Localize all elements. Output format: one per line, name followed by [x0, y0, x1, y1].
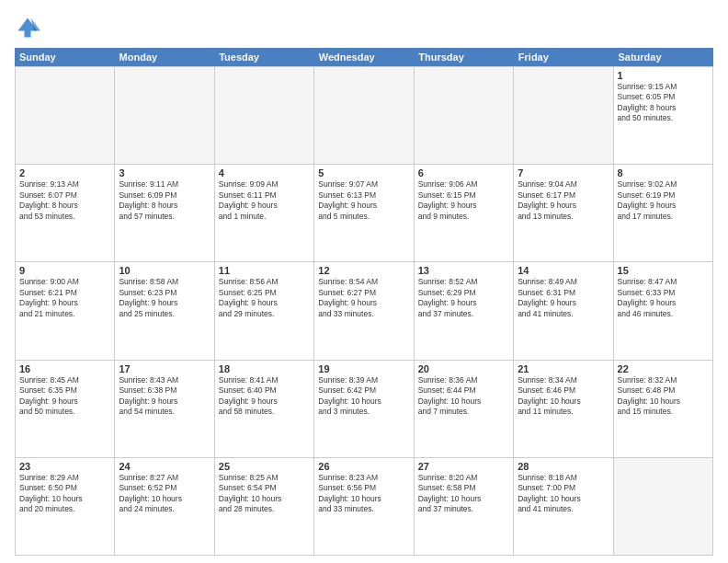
- day-info: Sunrise: 9:07 AM Sunset: 6:13 PM Dayligh…: [318, 179, 409, 222]
- day-info: Sunrise: 8:36 AM Sunset: 6:44 PM Dayligh…: [418, 375, 509, 418]
- day-number: 12: [318, 265, 409, 276]
- calendar: SundayMondayTuesdayWednesdayThursdayFrid…: [15, 48, 713, 556]
- day-info: Sunrise: 9:09 AM Sunset: 6:11 PM Dayligh…: [219, 179, 310, 222]
- day-number: 10: [119, 265, 210, 276]
- day-info: Sunrise: 8:20 AM Sunset: 6:58 PM Dayligh…: [418, 473, 509, 515]
- day-number: 17: [119, 363, 210, 374]
- day-info: Sunrise: 9:13 AM Sunset: 6:07 PM Dayligh…: [19, 179, 110, 222]
- day-number: 22: [618, 363, 709, 374]
- day-info: Sunrise: 8:54 AM Sunset: 6:27 PM Dayligh…: [318, 277, 409, 319]
- day-cell-25: 25Sunrise: 8:25 AM Sunset: 6:54 PM Dayli…: [215, 458, 314, 556]
- day-number: 25: [219, 461, 310, 472]
- day-cell-14: 14Sunrise: 8:49 AM Sunset: 6:31 PM Dayli…: [514, 262, 613, 360]
- day-cell-3: 3Sunrise: 9:11 AM Sunset: 6:09 PM Daylig…: [115, 165, 214, 262]
- day-number: 19: [318, 363, 409, 374]
- day-info: Sunrise: 8:34 AM Sunset: 6:46 PM Dayligh…: [518, 375, 609, 418]
- day-cell-16: 16Sunrise: 8:45 AM Sunset: 6:35 PM Dayli…: [16, 361, 115, 458]
- empty-cell-0-1: [115, 67, 214, 165]
- day-cell-27: 27Sunrise: 8:20 AM Sunset: 6:58 PM Dayli…: [415, 458, 514, 556]
- empty-cell-0-5: [514, 67, 613, 165]
- day-number: 2: [19, 167, 110, 178]
- day-cell-6: 6Sunrise: 9:06 AM Sunset: 6:15 PM Daylig…: [415, 165, 514, 262]
- calendar-body: 1Sunrise: 9:15 AM Sunset: 6:05 PM Daylig…: [15, 66, 713, 556]
- day-info: Sunrise: 9:00 AM Sunset: 6:21 PM Dayligh…: [19, 277, 110, 319]
- day-cell-12: 12Sunrise: 8:54 AM Sunset: 6:27 PM Dayli…: [314, 262, 414, 360]
- logo: [15, 15, 44, 40]
- day-cell-19: 19Sunrise: 8:39 AM Sunset: 6:42 PM Dayli…: [314, 361, 414, 458]
- day-info: Sunrise: 9:04 AM Sunset: 6:17 PM Dayligh…: [518, 179, 609, 222]
- day-cell-28: 28Sunrise: 8:18 AM Sunset: 7:00 PM Dayli…: [514, 458, 613, 556]
- empty-cell-4-6: [614, 458, 713, 556]
- day-number: 23: [19, 461, 110, 472]
- day-info: Sunrise: 8:25 AM Sunset: 6:54 PM Dayligh…: [219, 473, 310, 515]
- day-cell-7: 7Sunrise: 9:04 AM Sunset: 6:17 PM Daylig…: [514, 165, 613, 262]
- day-number: 3: [119, 167, 210, 178]
- day-number: 15: [618, 265, 709, 276]
- day-number: 18: [219, 363, 310, 374]
- day-info: Sunrise: 8:58 AM Sunset: 6:23 PM Dayligh…: [119, 277, 210, 319]
- day-info: Sunrise: 8:56 AM Sunset: 6:25 PM Dayligh…: [219, 277, 310, 319]
- day-number: 5: [318, 167, 409, 178]
- header-day-tuesday: Tuesday: [214, 48, 314, 66]
- day-info: Sunrise: 9:11 AM Sunset: 6:09 PM Dayligh…: [119, 179, 210, 222]
- day-cell-9: 9Sunrise: 9:00 AM Sunset: 6:21 PM Daylig…: [16, 262, 115, 360]
- day-number: 16: [19, 363, 110, 374]
- day-number: 7: [518, 167, 609, 178]
- header-day-saturday: Saturday: [613, 48, 713, 66]
- day-cell-22: 22Sunrise: 8:32 AM Sunset: 6:48 PM Dayli…: [614, 361, 713, 458]
- day-number: 28: [518, 461, 609, 472]
- day-cell-24: 24Sunrise: 8:27 AM Sunset: 6:52 PM Dayli…: [115, 458, 214, 556]
- day-cell-21: 21Sunrise: 8:34 AM Sunset: 6:46 PM Dayli…: [514, 361, 613, 458]
- day-cell-11: 11Sunrise: 8:56 AM Sunset: 6:25 PM Dayli…: [215, 262, 314, 360]
- day-info: Sunrise: 8:39 AM Sunset: 6:42 PM Dayligh…: [318, 375, 409, 418]
- header-day-friday: Friday: [514, 48, 614, 66]
- day-cell-4: 4Sunrise: 9:09 AM Sunset: 6:11 PM Daylig…: [215, 165, 314, 262]
- day-info: Sunrise: 8:18 AM Sunset: 7:00 PM Dayligh…: [518, 473, 609, 515]
- logo-icon: [15, 15, 40, 40]
- day-number: 14: [518, 265, 609, 276]
- day-number: 1: [618, 70, 709, 81]
- day-cell-13: 13Sunrise: 8:52 AM Sunset: 6:29 PM Dayli…: [415, 262, 514, 360]
- day-cell-2: 2Sunrise: 9:13 AM Sunset: 6:07 PM Daylig…: [16, 165, 115, 262]
- day-info: Sunrise: 9:15 AM Sunset: 6:05 PM Dayligh…: [618, 82, 709, 124]
- day-cell-1: 1Sunrise: 9:15 AM Sunset: 6:05 PM Daylig…: [614, 67, 713, 165]
- day-info: Sunrise: 8:23 AM Sunset: 6:56 PM Dayligh…: [318, 473, 409, 515]
- day-info: Sunrise: 9:02 AM Sunset: 6:19 PM Dayligh…: [618, 179, 709, 222]
- calendar-row-4: 16Sunrise: 8:45 AM Sunset: 6:35 PM Dayli…: [16, 361, 713, 458]
- day-number: 24: [119, 461, 210, 472]
- header-day-wednesday: Wednesday: [314, 48, 415, 66]
- day-info: Sunrise: 8:32 AM Sunset: 6:48 PM Dayligh…: [618, 375, 709, 418]
- header-day-thursday: Thursday: [414, 48, 514, 66]
- day-info: Sunrise: 8:52 AM Sunset: 6:29 PM Dayligh…: [418, 277, 509, 319]
- calendar-header: SundayMondayTuesdayWednesdayThursdayFrid…: [15, 48, 713, 66]
- day-cell-10: 10Sunrise: 8:58 AM Sunset: 6:23 PM Dayli…: [115, 262, 214, 360]
- day-cell-18: 18Sunrise: 8:41 AM Sunset: 6:40 PM Dayli…: [215, 361, 314, 458]
- day-cell-26: 26Sunrise: 8:23 AM Sunset: 6:56 PM Dayli…: [314, 458, 414, 556]
- header-day-sunday: Sunday: [15, 48, 115, 66]
- day-info: Sunrise: 8:47 AM Sunset: 6:33 PM Dayligh…: [618, 277, 709, 319]
- empty-cell-0-3: [314, 67, 414, 165]
- calendar-row-2: 2Sunrise: 9:13 AM Sunset: 6:07 PM Daylig…: [16, 165, 713, 262]
- day-cell-20: 20Sunrise: 8:36 AM Sunset: 6:44 PM Dayli…: [415, 361, 514, 458]
- day-info: Sunrise: 8:43 AM Sunset: 6:38 PM Dayligh…: [119, 375, 210, 418]
- day-number: 6: [418, 167, 509, 178]
- day-cell-15: 15Sunrise: 8:47 AM Sunset: 6:33 PM Dayli…: [614, 262, 713, 360]
- day-number: 8: [618, 167, 709, 178]
- calendar-row-5: 23Sunrise: 8:29 AM Sunset: 6:50 PM Dayli…: [16, 458, 713, 556]
- empty-cell-0-4: [415, 67, 514, 165]
- day-info: Sunrise: 8:49 AM Sunset: 6:31 PM Dayligh…: [518, 277, 609, 319]
- calendar-row-1: 1Sunrise: 9:15 AM Sunset: 6:05 PM Daylig…: [16, 67, 713, 165]
- calendar-row-3: 9Sunrise: 9:00 AM Sunset: 6:21 PM Daylig…: [16, 262, 713, 360]
- day-info: Sunrise: 8:29 AM Sunset: 6:50 PM Dayligh…: [19, 473, 110, 515]
- day-cell-23: 23Sunrise: 8:29 AM Sunset: 6:50 PM Dayli…: [16, 458, 115, 556]
- day-number: 27: [418, 461, 509, 472]
- day-cell-5: 5Sunrise: 9:07 AM Sunset: 6:13 PM Daylig…: [314, 165, 414, 262]
- day-info: Sunrise: 8:45 AM Sunset: 6:35 PM Dayligh…: [19, 375, 110, 418]
- day-number: 21: [518, 363, 609, 374]
- day-number: 20: [418, 363, 509, 374]
- day-number: 13: [418, 265, 509, 276]
- day-info: Sunrise: 8:27 AM Sunset: 6:52 PM Dayligh…: [119, 473, 210, 515]
- page-header: [15, 15, 713, 40]
- day-number: 4: [219, 167, 310, 178]
- day-cell-8: 8Sunrise: 9:02 AM Sunset: 6:19 PM Daylig…: [614, 165, 713, 262]
